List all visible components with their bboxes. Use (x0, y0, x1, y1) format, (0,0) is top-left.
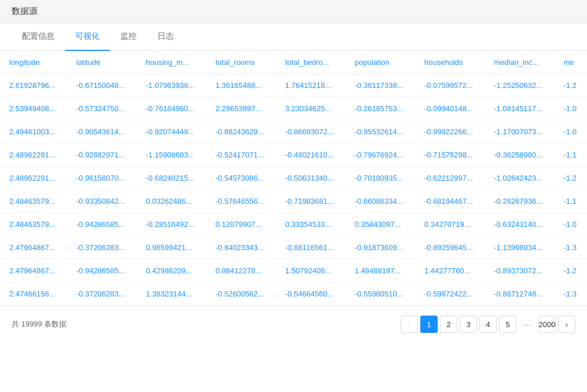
table-cell[interactable]: -1.08145117... (485, 97, 554, 120)
table-cell[interactable]: -1.3 (555, 283, 588, 306)
page-5-button[interactable]: 5 (499, 316, 516, 333)
table-cell[interactable]: -1.07963938... (137, 74, 206, 97)
table-cell[interactable]: 0.98599421... (137, 236, 206, 259)
table-cell[interactable]: 2.61928796... (0, 74, 67, 97)
table-cell[interactable]: -0.88116561... (276, 236, 346, 259)
table-cell[interactable]: -0.79676924... (346, 144, 415, 167)
col-housing-m[interactable]: housing_m... (137, 51, 206, 74)
table-cell[interactable]: -0.93350842... (67, 190, 137, 213)
col-total-bedro[interactable]: total_bedro... (276, 51, 346, 74)
table-cell[interactable]: -0.96158070... (67, 167, 137, 190)
table-cell[interactable]: -1.0 (555, 97, 588, 120)
table-cell[interactable]: 2.47466156... (0, 283, 67, 306)
table-cell[interactable]: -0.95532614... (346, 120, 415, 144)
table-cell[interactable]: -0.88243629... (206, 120, 276, 144)
table-cell[interactable]: -0.68240215... (137, 167, 206, 190)
col-population[interactable]: population (346, 51, 415, 74)
table-cell[interactable]: -0.92882971... (67, 144, 137, 167)
tab-logs[interactable]: 日志 (147, 23, 184, 51)
next-page-button[interactable]: › (558, 316, 575, 333)
col-me[interactable]: me (555, 51, 588, 74)
col-total-rooms[interactable]: total_rooms (206, 51, 276, 74)
table-cell[interactable]: 1.36165488... (206, 74, 276, 97)
table-cell[interactable]: -1.0 (555, 213, 588, 236)
table-cell[interactable]: -0.09940148... (415, 97, 485, 120)
table-cell[interactable]: -0.67150048... (67, 74, 137, 97)
page-3-button[interactable]: 3 (460, 316, 477, 333)
table-cell[interactable]: 0.33354533... (276, 213, 346, 236)
table-cell[interactable]: -0.84023343... (206, 236, 276, 259)
table-cell[interactable]: -0.50631340... (276, 167, 346, 190)
table-cell[interactable]: 2.53949408... (0, 97, 67, 120)
table-cell[interactable]: -0.54573086... (206, 167, 276, 190)
table-cell[interactable]: 2.48962291... (0, 167, 67, 190)
table-cell[interactable]: -1.3 (555, 236, 588, 259)
table-cell[interactable]: -0.57646556... (206, 190, 276, 213)
table-cell[interactable]: -0.71983681... (276, 190, 346, 213)
col-longitude[interactable]: longitude (0, 51, 67, 74)
table-cell[interactable]: -1.2 (555, 74, 588, 97)
table-cell[interactable]: -0.62212997... (415, 167, 485, 190)
table-cell[interactable]: 1.48488187... (346, 259, 415, 283)
table-cell[interactable]: -0.54664560... (276, 283, 346, 306)
table-cell[interactable]: 2.48463579... (0, 213, 67, 236)
table-cell[interactable]: -0.94286585... (67, 213, 137, 236)
col-latitude[interactable]: latitude (67, 51, 137, 74)
last-page-button[interactable]: 2000 (538, 316, 556, 333)
tab-monitor[interactable]: 监控 (110, 23, 147, 51)
table-cell[interactable]: -1.0 (555, 120, 588, 144)
table-cell[interactable]: 1.44277760... (415, 259, 485, 283)
table-cell[interactable]: -0.36258980... (485, 144, 554, 167)
table-cell[interactable]: -0.52600562... (206, 283, 276, 306)
table-cell[interactable]: 2.47964867... (0, 259, 67, 283)
table-cell[interactable]: -0.52417071... (206, 144, 276, 167)
table-cell[interactable]: 0.03262486... (137, 190, 206, 213)
table-cell[interactable]: 2.29653997... (206, 97, 276, 120)
table-cell[interactable]: -0.91873609... (346, 236, 415, 259)
table-cell[interactable]: -0.66086334... (346, 190, 415, 213)
table-cell[interactable]: -0.37206283... (67, 283, 137, 306)
table-cell[interactable]: -0.92074449... (137, 120, 206, 144)
page-2-button[interactable]: 2 (440, 316, 457, 333)
table-cell[interactable]: 2.48962291... (0, 144, 67, 167)
tab-config[interactable]: 配置信息 (12, 23, 65, 51)
table-cell[interactable]: 0.12079907... (206, 213, 276, 236)
table-cell[interactable]: -0.28516492... (137, 213, 206, 236)
table-cell[interactable]: 1.50792408... (276, 259, 346, 283)
table-cell[interactable]: -0.90543614... (67, 120, 137, 144)
table-cell[interactable]: 0.35843097... (346, 213, 415, 236)
table-cell[interactable]: -0.71575298... (415, 144, 485, 167)
table-cell[interactable]: -0.37206283... (67, 236, 137, 259)
table-cell[interactable]: -0.99922266... (415, 120, 485, 144)
table-cell[interactable]: 2.49461003... (0, 120, 67, 144)
prev-page-button[interactable]: ‹ (401, 316, 418, 333)
table-cell[interactable]: -0.48021610... (276, 144, 346, 167)
table-cell[interactable]: 0.34270719... (415, 213, 485, 236)
page-1-button[interactable]: 1 (420, 316, 438, 333)
table-cell[interactable]: -0.57324750... (67, 97, 137, 120)
table-cell[interactable]: -1.1 (555, 144, 588, 167)
table-cell[interactable]: -1.25250632... (485, 74, 554, 97)
table-cell[interactable]: -1.2 (555, 259, 588, 283)
table-cell[interactable]: -0.36117338... (346, 74, 415, 97)
table-cell[interactable]: -1.15908683... (137, 144, 206, 167)
page-4-button[interactable]: 4 (479, 316, 497, 333)
table-cell[interactable]: 2.48463579... (0, 190, 67, 213)
table-cell[interactable]: 0.98412278... (206, 259, 276, 283)
table-cell[interactable]: -1.02642423... (485, 167, 554, 190)
tab-visualize[interactable]: 可视化 (65, 23, 110, 51)
table-cell[interactable]: -0.94286585... (67, 259, 137, 283)
table-cell[interactable]: 1.38323144... (137, 283, 206, 306)
table-cell[interactable]: -0.86693072... (276, 120, 346, 144)
table-cell[interactable]: 0.42986209... (137, 259, 206, 283)
table-cell[interactable]: -1.17007073... (485, 120, 554, 144)
table-cell[interactable]: -1.1 (555, 190, 588, 213)
col-median-inc[interactable]: median_inc... (485, 51, 554, 74)
table-cell[interactable]: -0.70180935... (346, 167, 415, 190)
table-cell[interactable]: -1.2 (555, 167, 588, 190)
col-households[interactable]: households (415, 51, 485, 74)
table-cell[interactable]: 3.23034625... (276, 97, 346, 120)
table-cell[interactable]: -0.07599572... (415, 74, 485, 97)
table-cell[interactable]: -0.26185753... (346, 97, 415, 120)
table-cell[interactable]: -0.89259645... (415, 236, 485, 259)
